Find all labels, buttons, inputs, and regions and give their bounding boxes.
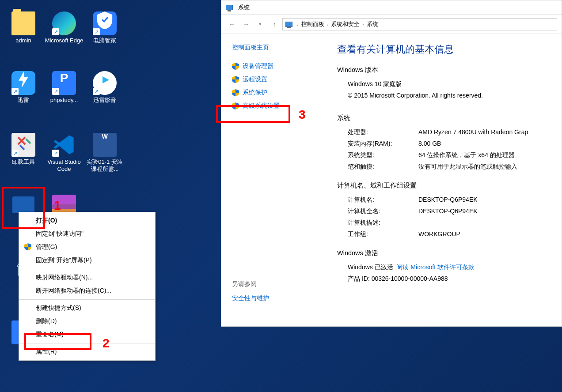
- icon-label: Microsoft Edge: [44, 37, 84, 44]
- address-bar[interactable]: › 控制面板 › 系统和安全 › 系统: [282, 18, 557, 30]
- shortcut-arrow-icon: ↗: [11, 150, 19, 157]
- desktop-icon-exp01[interactable]: W 实验01-1 安装课程所需...: [85, 130, 125, 174]
- desktop-icon-uninstall[interactable]: ↗ 卸载工具: [4, 130, 43, 174]
- shortcut-arrow-icon: ↗: [93, 88, 100, 95]
- navbar: ← → ▾ ↑ › 控制面板 › 系统和安全 › 系统: [221, 15, 562, 34]
- sidebar-item-device-manager[interactable]: 设备管理器: [232, 60, 321, 73]
- computer-row: 计算机描述:: [337, 217, 558, 229]
- forward-button[interactable]: →: [240, 18, 252, 30]
- desktop-icon-edge[interactable]: ↗ Microsoft Edge: [44, 9, 84, 53]
- icon-label: 卸载工具: [4, 158, 43, 166]
- up-button[interactable]: ↑: [268, 18, 281, 30]
- section-activation: Windows 激活: [337, 249, 558, 257]
- breadcrumb-item[interactable]: 系统: [367, 20, 378, 28]
- shortcut-arrow-icon: ↗: [52, 88, 59, 95]
- titlebar[interactable]: 系统: [221, 0, 562, 15]
- content: 查看有关计算机的基本信息 Windows 版本 Windows 10 家庭版 ©…: [332, 34, 562, 326]
- shield-icon: [232, 89, 239, 96]
- breadcrumb-item[interactable]: 系统和安全: [331, 20, 360, 28]
- computer-row: 计算机全名:DESKTOP-Q6P94EK: [337, 206, 558, 217]
- callout-label-3: 3: [299, 108, 306, 122]
- shield-icon: [24, 243, 31, 250]
- icon-label: admin: [4, 37, 43, 44]
- windows-edition: Windows 10 家庭版: [348, 80, 402, 88]
- computer-row: 计算机名:DESKTOP-Q6P94EK: [337, 194, 558, 206]
- callout-label-2: 2: [103, 336, 110, 351]
- section-system: 系统: [337, 114, 558, 122]
- shortcut-arrow-icon: ↗: [93, 28, 100, 35]
- menu-separator: [19, 343, 155, 343]
- desktop-icon-thunderav[interactable]: ↗ 迅雷影音: [85, 68, 125, 113]
- window-title: 系统: [238, 4, 250, 11]
- chevron-right-icon: ›: [362, 22, 364, 27]
- system-row: 笔和触摸:没有可用于此显示器的笔或触控输入: [337, 161, 558, 173]
- desktop-icon-pcmgr[interactable]: ↗ 电脑管家: [85, 9, 125, 53]
- menu-item-disconnect-drive[interactable]: 断开网络驱动器的连接(C)...: [19, 284, 155, 298]
- back-button[interactable]: ←: [226, 18, 238, 30]
- shortcut-arrow-icon: ↗: [52, 150, 59, 157]
- menu-item-pin-quick[interactable]: 固定到"快速访问": [19, 227, 155, 241]
- folder-icon: [11, 11, 35, 35]
- shortcut-arrow-icon: ↗: [52, 28, 59, 35]
- menu-item-properties[interactable]: 属性(R): [19, 345, 155, 358]
- sidebar-item-protection[interactable]: 系统保护: [232, 86, 321, 99]
- sidebar-home[interactable]: 控制面板主页: [232, 44, 321, 52]
- chevron-right-icon: ›: [327, 22, 329, 27]
- menu-separator: [19, 269, 155, 269]
- page-heading: 查看有关计算机的基本信息: [337, 43, 558, 56]
- desktop-icon-vscode[interactable]: ↗ Visual Studio Code: [44, 130, 84, 174]
- system-row: 安装内存(RAM):8.00 GB: [337, 138, 558, 150]
- recent-button[interactable]: ▾: [254, 18, 266, 30]
- breadcrumb-item[interactable]: 控制面板: [301, 20, 324, 28]
- shield-icon: [232, 102, 239, 109]
- this-pc-icon: [12, 196, 34, 213]
- callout-label-1: 1: [54, 199, 61, 213]
- word-doc-icon: W: [93, 133, 117, 157]
- sidebar-footer-title: 另请参阅: [232, 280, 321, 288]
- system-row: 系统类型:64 位操作系统，基于 x64 的处理器: [337, 150, 558, 161]
- system-window: 系统 ← → ▾ ↑ › 控制面板 › 系统和安全 › 系统 控制面板主页 设备…: [221, 0, 562, 327]
- context-menu: 打开(O) 固定到"快速访问" 管理(G) 固定到"开始"屏幕(P) 映射网络驱…: [19, 212, 156, 361]
- section-computer: 计算机名、域和工作组设置: [337, 181, 558, 190]
- activation-terms-link[interactable]: 阅读 Microsoft 软件许可条款: [396, 264, 475, 271]
- menu-item-open[interactable]: 打开(O): [19, 214, 155, 227]
- copyright-text: © 2015 Microsoft Corporation. All rights…: [337, 90, 558, 101]
- sidebar-item-advanced[interactable]: 高级系统设置: [232, 99, 321, 113]
- icon-label: phpstudy...: [44, 97, 84, 104]
- chevron-right-icon: ›: [297, 22, 299, 27]
- sidebar-footer-link-security[interactable]: 安全性与维护: [232, 293, 321, 304]
- menu-item-map-drive[interactable]: 映射网络驱动器(N)...: [19, 271, 155, 284]
- section-windows-version: Windows 版本: [337, 66, 558, 74]
- desktop-icon-admin[interactable]: admin: [4, 9, 43, 53]
- shield-icon: [232, 63, 239, 70]
- shield-icon: [232, 76, 239, 83]
- sidebar: 控制面板主页 设备管理器 远程设置 系统保护 高级系统设置 另请参阅 安全性与维…: [221, 34, 332, 326]
- shortcut-arrow-icon: ↗: [11, 88, 19, 95]
- menu-item-manage[interactable]: 管理(G): [19, 241, 155, 254]
- desktop-icon-phpstudy[interactable]: P ↗ phpstudy...: [44, 68, 84, 113]
- icon-label: 迅雷影音: [85, 97, 125, 104]
- icon-label: 电脑管家: [85, 37, 125, 44]
- menu-item-shortcut[interactable]: 创建快捷方式(S): [19, 302, 155, 315]
- activation-row: Windows 已激活 阅读 Microsoft 软件许可条款: [337, 262, 558, 273]
- icon-label: Visual Studio Code: [44, 158, 84, 173]
- sidebar-item-remote[interactable]: 远程设置: [232, 73, 321, 86]
- menu-item-delete[interactable]: 删除(D): [19, 315, 155, 328]
- menu-separator: [19, 299, 155, 300]
- product-id-row: 产品 ID: 00326-10000-00000-AA988: [337, 273, 558, 285]
- computer-row: 工作组:WORKGROUP: [337, 229, 558, 240]
- icon-label: 实验01-1 安装课程所需...: [85, 158, 125, 173]
- system-icon: [226, 5, 233, 10]
- system-row: 处理器:AMD Ryzen 7 4800U with Radeon Grap: [337, 127, 558, 138]
- menu-item-pin-start[interactable]: 固定到"开始"屏幕(P): [19, 254, 155, 267]
- menu-item-rename[interactable]: 重命名(M): [19, 328, 155, 341]
- address-icon: [285, 22, 292, 27]
- desktop-icon-thunder[interactable]: ↗ 迅雷: [4, 68, 43, 113]
- icon-label: 迅雷: [4, 97, 43, 104]
